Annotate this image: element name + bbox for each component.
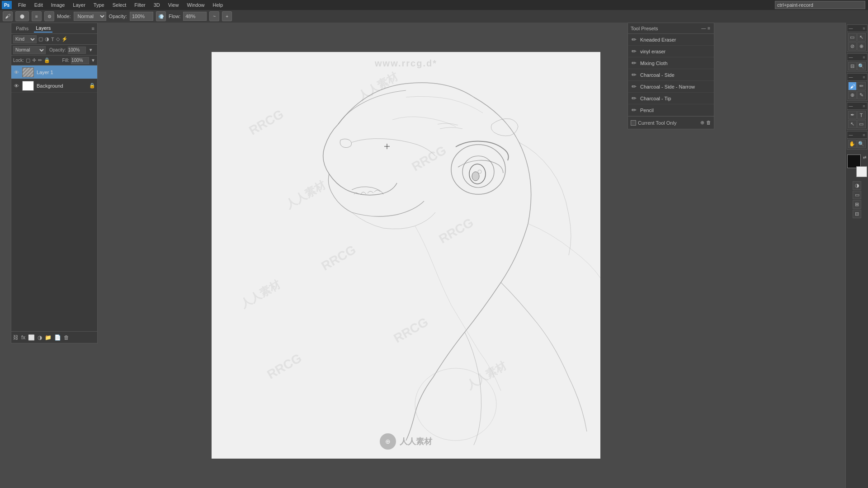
heal-icon[interactable]: ✎ (857, 91, 866, 99)
filter-adj-icon[interactable]: ◑ (45, 36, 49, 42)
move-tool-icon[interactable]: ↖ (857, 33, 866, 42)
zoom-panel-title: — (849, 55, 853, 60)
svg-point-5 (415, 368, 496, 441)
screen-mode-icon[interactable]: ▭ (853, 191, 861, 199)
background-color-swatch[interactable] (856, 166, 867, 177)
preset-pencil[interactable]: ✏ Pencil (628, 104, 714, 116)
preset-charcoal-side[interactable]: ✏ Charcoal - Side (628, 69, 714, 81)
layer-item-layer1[interactable]: 👁 Layer 1 (11, 66, 97, 79)
brush-icon[interactable]: 🖌 (848, 82, 857, 90)
fill-input[interactable] (71, 57, 89, 64)
path-select-icon[interactable]: ↖ (848, 120, 857, 128)
menu-type[interactable]: Type (90, 1, 108, 9)
airbrush-btn[interactable]: 💨 (156, 11, 166, 21)
charcoal-side-narrow-icon: ✏ (632, 83, 637, 90)
layer-visibility-layer1[interactable]: 👁 (13, 69, 19, 75)
brush-panel-content: 🖌 ✏ ⊕ ✎ (847, 81, 867, 100)
add-folder-icon[interactable]: 📁 (45, 334, 52, 341)
quick-mask-icon[interactable]: ◑ (853, 181, 861, 190)
canvas[interactable]: www.rrcg.d* 人人素材 RRCG RRCG 人人素材 RRCG RRC… (212, 52, 600, 459)
rect-select-icon[interactable]: ▭ (848, 33, 857, 42)
shape-icon[interactable]: ▭ (857, 120, 866, 128)
tp-minimize-btn[interactable]: — (700, 26, 707, 31)
menu-window[interactable]: Window (183, 1, 208, 9)
brush-settings-btn[interactable]: ⚙ (44, 11, 54, 21)
swap-colors-icon[interactable]: ⇄ (863, 155, 867, 160)
quick-select-icon[interactable]: ⊕ (857, 42, 866, 51)
filter-pixel-icon[interactable]: ▢ (38, 36, 43, 42)
zoom-icon[interactable]: 🔍 (857, 62, 866, 70)
preset-kneaded-eraser[interactable]: ✏ Kneaded Eraser (628, 34, 714, 46)
link-layers-icon[interactable]: ⛓ (13, 334, 19, 341)
filter-shape-icon[interactable]: ◇ (56, 36, 60, 42)
lock-pixels-icon[interactable]: ▢ (26, 57, 30, 63)
color-swatch-area: ⇄ (847, 155, 867, 177)
type-icon[interactable]: T (857, 111, 866, 119)
selection-panel-btn[interactable]: ≡ (863, 26, 865, 31)
extra-btn[interactable]: + (222, 11, 232, 21)
filter-smart-icon[interactable]: ⚡ (61, 36, 68, 42)
pen-icon[interactable]: ✒ (848, 111, 857, 119)
lock-position-icon[interactable]: ✛ (32, 57, 36, 63)
url-input[interactable] (775, 1, 865, 9)
menu-image[interactable]: Image (47, 1, 69, 9)
stamp-icon[interactable]: ⊕ (848, 91, 857, 99)
layout-icon[interactable]: ⊟ (853, 210, 861, 218)
mode-select[interactable]: Normal Dissolve Multiply (74, 12, 106, 21)
smooth-btn[interactable]: ~ (209, 11, 219, 21)
preset-vinyl-eraser[interactable]: ✏ vinyl eraser (628, 46, 714, 57)
tp-menu-btn[interactable]: ≡ (707, 26, 711, 31)
eraser-icon[interactable]: ✏ (857, 82, 866, 90)
add-mask-icon[interactable]: ⬜ (28, 334, 35, 341)
opacity-input[interactable] (130, 12, 153, 21)
arrange-icon[interactable]: ⊞ (853, 200, 861, 209)
tab-paths[interactable]: Paths (14, 25, 30, 32)
magnify-icon[interactable]: 🔍 (857, 140, 866, 148)
menu-3d[interactable]: 3D (150, 1, 164, 9)
tp-new-icon[interactable]: ⊕ (700, 120, 704, 126)
charcoal-tip-icon: ✏ (632, 95, 637, 102)
delete-layer-icon[interactable]: 🗑 (64, 334, 69, 341)
shape-panel-btn[interactable]: ≡ (863, 104, 865, 108)
preset-mixing-cloth[interactable]: ✏ Mixing Cloth (628, 57, 714, 69)
menu-select[interactable]: Select (109, 1, 130, 9)
bottom-panel-icons: ◑ ▭ ⊞ ⊟ (853, 181, 861, 218)
lock-all-icon[interactable]: 🔒 (44, 57, 50, 63)
layer-style-icon[interactable]: fx (21, 334, 25, 341)
misc-panel-btn[interactable]: ≡ (863, 133, 865, 137)
menu-filter[interactable]: Filter (131, 1, 149, 9)
flow-input[interactable] (183, 12, 207, 21)
brush-tool-icon[interactable]: 🖌 (3, 11, 13, 21)
menu-help[interactable]: Help (209, 1, 227, 9)
hand-icon[interactable]: ✋ (848, 140, 857, 148)
menu-layer[interactable]: Layer (69, 1, 89, 9)
brush-size-btn[interactable]: ⬤ (15, 11, 29, 21)
brush-panel-btn[interactable]: ≡ (863, 75, 865, 80)
blend-opacity-pct: ▼ (89, 47, 93, 52)
crop-icon[interactable]: ⊟ (848, 62, 857, 70)
layer-item-background[interactable]: 👁 Background 🔒 (11, 79, 97, 93)
misc-panel-header: — ≡ (847, 131, 867, 139)
tab-layers[interactable]: Layers (34, 24, 52, 33)
kind-select[interactable]: Kind (13, 35, 37, 43)
adjustment-icon[interactable]: ◑ (38, 334, 42, 341)
panel-collapse-btn[interactable]: ≡ (92, 26, 94, 31)
menu-file[interactable]: File (14, 1, 30, 9)
brush-panel-header: — ≡ (847, 74, 867, 81)
add-layer-icon[interactable]: 📄 (54, 334, 61, 341)
filter-type-icon[interactable]: T (51, 37, 54, 42)
current-tool-only-checkbox[interactable] (631, 120, 636, 126)
brush-options-btn[interactable]: ≡ (32, 11, 42, 21)
preset-charcoal-tip[interactable]: ✏ Charcoal - Tip (628, 93, 714, 104)
blend-mode-select[interactable]: Normal Multiply (13, 46, 46, 54)
lasso-icon[interactable]: ⊘ (848, 42, 857, 51)
layer-visibility-background[interactable]: 👁 (13, 83, 19, 89)
menu-edit[interactable]: Edit (31, 1, 47, 9)
zoom-panel-content: ⊟ 🔍 (847, 61, 867, 71)
menu-view[interactable]: View (165, 1, 183, 9)
preset-charcoal-side-narrow[interactable]: ✏ Charcoal - Side - Narrow (628, 81, 714, 93)
lock-art-icon[interactable]: ✏ (38, 57, 42, 63)
tp-delete-icon[interactable]: 🗑 (706, 120, 711, 126)
blend-opacity-input[interactable] (68, 47, 86, 54)
zoom-panel-btn[interactable]: ≡ (863, 55, 865, 60)
